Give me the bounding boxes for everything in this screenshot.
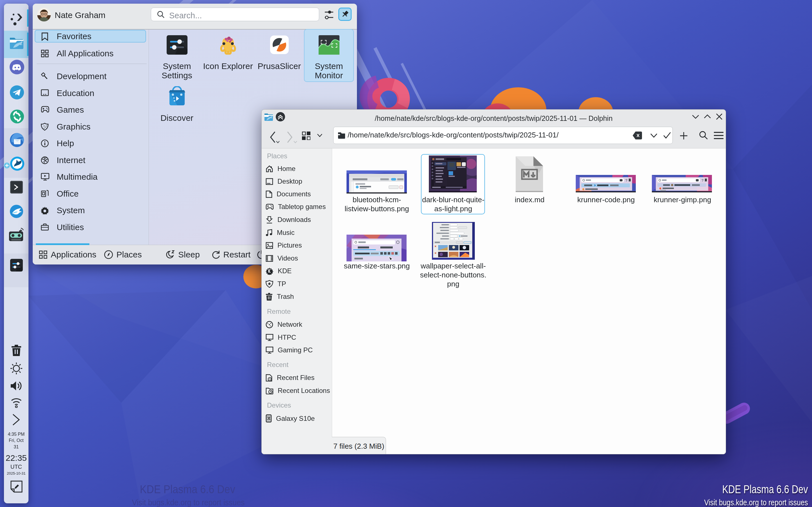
svg-text:?: ? (702, 178, 703, 182)
svg-text:?: ? (625, 178, 627, 182)
